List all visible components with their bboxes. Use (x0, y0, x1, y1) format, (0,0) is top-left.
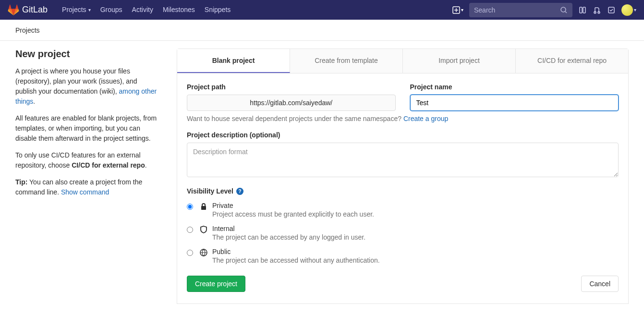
info-p3: To only use CI/CD features for an extern… (15, 150, 159, 170)
search-input[interactable] (474, 6, 560, 14)
visibility-public[interactable]: Public The project can be accessed witho… (187, 248, 619, 264)
navbar-left: GitLab Projects▾ Groups Activity Milesto… (8, 0, 235, 20)
issues-icon[interactable] (578, 6, 587, 14)
svg-point-1 (561, 7, 566, 12)
nav-milestones[interactable]: Milestones (158, 0, 200, 20)
description-input[interactable] (187, 143, 619, 177)
blank-project-form: Project path Project name Want to house … (177, 73, 629, 304)
nav-groups[interactable]: Groups (96, 0, 127, 20)
nav-links: Projects▾ Groups Activity Milestones Sni… (57, 0, 235, 20)
nav-snippets[interactable]: Snippets (200, 0, 235, 20)
show-command-link[interactable]: Show command (61, 188, 109, 196)
page-title: New project (15, 48, 159, 60)
gitlab-logo[interactable]: GitLab (8, 4, 48, 16)
tab-import-project[interactable]: Import project (403, 49, 516, 73)
breadcrumb-item[interactable]: Projects (15, 26, 40, 34)
visibility-public-radio[interactable] (187, 250, 193, 256)
tanuki-icon (8, 4, 19, 16)
chevron-down-icon: ▾ (88, 0, 91, 20)
shield-icon (200, 226, 207, 233)
new-dropdown[interactable]: ▾ (452, 6, 463, 14)
form-actions: Create project Cancel (187, 276, 619, 292)
description-label: Project description (optional) (187, 131, 619, 139)
merge-requests-icon[interactable] (593, 6, 601, 14)
search-box[interactable] (469, 3, 572, 17)
todos-icon[interactable] (607, 6, 616, 14)
chevron-down-icon: ▾ (634, 7, 636, 12)
visibility-private[interactable]: Private Project access must be granted e… (187, 202, 619, 218)
chevron-down-icon: ▾ (461, 7, 463, 12)
plus-square-icon (452, 6, 460, 14)
visibility-internal-radio[interactable] (187, 227, 193, 233)
navbar-right: ▾ ▾ (452, 3, 636, 17)
tab-cicd-external[interactable]: CI/CD for external repo (516, 49, 628, 73)
project-name-input[interactable] (410, 95, 619, 111)
top-navbar: GitLab Projects▾ Groups Activity Milesto… (0, 0, 644, 20)
svg-rect-3 (583, 7, 585, 13)
tab-create-from-template[interactable]: Create from template (290, 49, 403, 73)
project-path-input[interactable] (187, 95, 396, 111)
tab-blank-project[interactable]: Blank project (177, 49, 290, 73)
svg-rect-2 (580, 7, 582, 13)
create-project-button[interactable]: Create project (187, 276, 245, 292)
search-icon (560, 6, 568, 14)
main-content: New project A project is where you house… (0, 41, 644, 315)
lock-icon (200, 203, 207, 210)
visibility-internal[interactable]: Internal The project can be accessed by … (187, 225, 619, 241)
info-p1: A project is where you house your files … (15, 66, 159, 107)
nav-projects[interactable]: Projects▾ (57, 0, 96, 20)
project-type-tabs: Blank project Create from template Impor… (177, 48, 629, 73)
avatar (621, 4, 633, 16)
svg-rect-7 (201, 206, 206, 210)
visibility-label: Visibility Level ? (187, 187, 619, 195)
project-path-label: Project path (187, 83, 396, 91)
form-panel: Blank project Create from template Impor… (177, 48, 629, 304)
nav-activity[interactable]: Activity (127, 0, 158, 20)
brand-text: GitLab (22, 5, 48, 15)
cancel-button[interactable]: Cancel (581, 276, 619, 292)
info-sidebar: New project A project is where you house… (15, 48, 159, 304)
project-name-label: Project name (410, 83, 619, 91)
help-icon[interactable]: ? (236, 188, 243, 195)
user-menu[interactable]: ▾ (621, 4, 636, 16)
info-p2: All features are enabled for blank proje… (15, 113, 159, 144)
create-group-link[interactable]: Create a group (403, 115, 448, 122)
visibility-private-radio[interactable] (187, 204, 193, 210)
info-p4: Tip: You can also create a project from … (15, 177, 159, 197)
globe-icon (200, 249, 207, 256)
namespace-help: Want to house several dependent projects… (187, 115, 619, 122)
breadcrumb: Projects (0, 20, 644, 41)
